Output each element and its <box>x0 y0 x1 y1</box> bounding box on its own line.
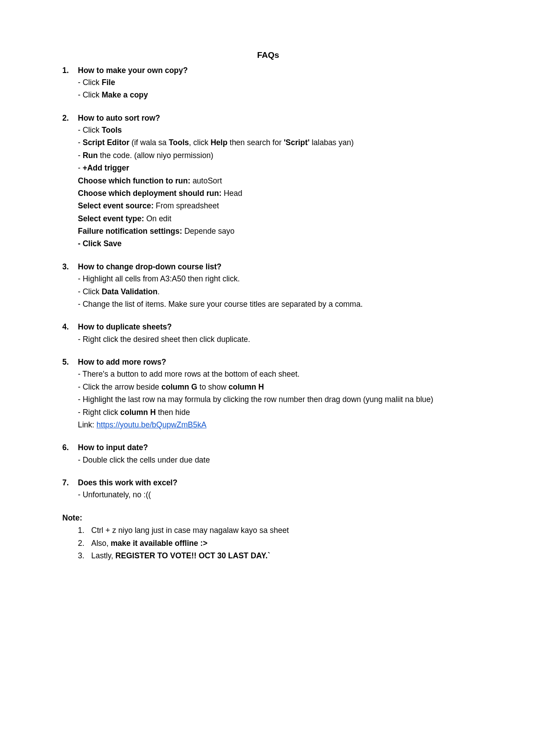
faq-question: Does this work with excel? <box>78 477 474 488</box>
bold-text: Choose which function to run: <box>78 176 190 185</box>
text: - Highlight the last row na may formula … <box>78 395 433 404</box>
text: - Right click <box>78 408 120 417</box>
answer-line: - Right click the desired sheet then cli… <box>78 334 474 345</box>
answer-line: - Script Editor (if wala sa Tools, click… <box>78 137 474 148</box>
answer-line: Choose which function to run: autoSort <box>78 175 474 187</box>
faq-question: How to make your own copy? <box>78 65 474 76</box>
text: - <box>78 138 83 147</box>
text: then hide <box>156 408 190 417</box>
faq-question-row: 7.Does this work with excel? <box>62 477 474 488</box>
answer-line: Select event type: On edit <box>78 213 474 224</box>
text: - Click <box>78 78 101 87</box>
text: - Unfortunately, no :(( <box>78 490 151 499</box>
text: - Click <box>78 287 101 296</box>
bold-text: +Add trigger <box>83 163 129 172</box>
text: - <box>78 151 83 160</box>
faq-number: 3. <box>62 261 78 272</box>
bold-text: - Click Save <box>78 239 121 248</box>
note-list: 1.Ctrl + z niyo lang just in case may na… <box>62 525 474 561</box>
bold-text: Data Validation <box>101 287 157 296</box>
answer-line: - Run the code. (allow niyo permission) <box>78 150 474 161</box>
faq-question: How to input date? <box>78 442 474 453</box>
faq-question: How to add more rows? <box>78 357 474 368</box>
text: the code. (allow niyo permission) <box>98 151 214 160</box>
faq-question-row: 2.How to auto sort row? <box>62 113 474 124</box>
answer-line: - Highlight all cells from A3:A50 then r… <box>78 273 474 285</box>
answer-line: - Click the arrow beside column G to sho… <box>78 382 474 393</box>
bold-text: Script Editor <box>83 138 129 147</box>
answer-line: - Click Make a copy <box>78 89 474 101</box>
text: On edit <box>144 214 171 223</box>
faq-item: 1.How to make your own copy?- Click File… <box>62 65 474 101</box>
bold-text: Choose which deployment should run: <box>78 189 222 198</box>
faq-item: 3.How to change drop-down course list?- … <box>62 261 474 310</box>
answer-line: - Highlight the last row na may formula … <box>78 394 474 405</box>
faq-number: 6. <box>62 442 78 453</box>
text: Ctrl + z niyo lang just in case may naga… <box>91 526 289 535</box>
bold-text: Select event type: <box>78 214 144 223</box>
text: - <box>78 163 83 172</box>
faq-item: 6.How to input date?- Double click the c… <box>62 442 474 466</box>
bold-text: REGISTER TO VOTE!! OCT 30 LAST DAY.` <box>115 551 270 560</box>
note-heading: Note: <box>62 512 474 524</box>
answer-line: - Click Tools <box>78 125 474 136</box>
answer-line: Choose which deployment should run: Head <box>78 188 474 199</box>
answer-line: Failure notification settings: Depende s… <box>78 226 474 237</box>
bold-text: Select event source: <box>78 201 154 210</box>
faq-question: How to auto sort row? <box>78 113 474 124</box>
faq-answer: - Highlight all cells from A3:A50 then r… <box>62 273 474 310</box>
bold-text: Run <box>83 151 98 160</box>
text: From spreadsheet <box>154 201 219 210</box>
faq-question-row: 1.How to make your own copy? <box>62 65 474 76</box>
note-section: Note: 1.Ctrl + z niyo lang just in case … <box>62 512 474 562</box>
faq-answer: - Double click the cells under due date <box>62 455 474 466</box>
faq-item: 4.How to duplicate sheets?- Right click … <box>62 321 474 345</box>
faq-list: 1.How to make your own copy?- Click File… <box>62 65 474 501</box>
note-number: 2. <box>78 538 91 549</box>
faq-question-row: 5.How to add more rows? <box>62 357 474 368</box>
answer-line: - Click Data Validation. <box>78 286 474 297</box>
text: to show <box>197 382 228 391</box>
text: lalabas yan) <box>310 138 354 147</box>
note-number: 3. <box>78 550 91 561</box>
text: Head <box>222 189 243 198</box>
answer-line: - Click File <box>78 77 474 88</box>
faq-item: 5.How to add more rows?- There's a butto… <box>62 357 474 431</box>
faq-item: 2.How to auto sort row?- Click Tools- Sc… <box>62 113 474 250</box>
bold-text: File <box>101 78 115 87</box>
faq-answer: - Click File- Click Make a copy <box>62 77 474 101</box>
text: - Click <box>78 126 101 134</box>
faq-number: 5. <box>62 357 78 368</box>
faq-question-row: 6.How to input date? <box>62 442 474 453</box>
text: (if wala sa <box>129 138 169 147</box>
text: - There's a button to add more rows at t… <box>78 370 299 378</box>
text: - Click the arrow beside <box>78 382 162 391</box>
note-item: 3.Lastly, REGISTER TO VOTE!! OCT 30 LAST… <box>78 550 474 561</box>
bold-text: Make a copy <box>101 90 148 99</box>
page-title: FAQs <box>62 49 474 61</box>
bold-text: column H <box>228 382 264 391</box>
text: autoSort <box>190 176 222 185</box>
text: Also, <box>91 539 111 548</box>
answer-line: - Double click the cells under due date <box>78 455 474 466</box>
answer-line: Link: https://youtu.be/bQupwZmB5kA <box>78 419 474 431</box>
text: - Double click the cells under due date <box>78 455 210 464</box>
text: . <box>158 287 160 296</box>
text: Depende sayo <box>182 227 235 236</box>
faq-answer: - Right click the desired sheet then cli… <box>62 334 474 345</box>
text: - Change the list of items. Make sure yo… <box>78 300 363 309</box>
bold-text: Tools <box>169 138 189 147</box>
answer-line: - Unfortunately, no :(( <box>78 489 474 500</box>
bold-text: column G <box>162 382 198 391</box>
text: then search for <box>227 138 283 147</box>
note-text: Lastly, REGISTER TO VOTE!! OCT 30 LAST D… <box>91 550 474 561</box>
text: Link: <box>78 420 97 429</box>
answer-line: - +Add trigger <box>78 163 474 174</box>
faq-question: How to duplicate sheets? <box>78 321 474 333</box>
answer-line: - There's a button to add more rows at t… <box>78 369 474 380</box>
text: , click <box>189 138 211 147</box>
faq-item: 7.Does this work with excel?- Unfortunat… <box>62 477 474 501</box>
faq-question-row: 4.How to duplicate sheets? <box>62 321 474 333</box>
bold-text: Failure notification settings: <box>78 227 182 236</box>
external-link[interactable]: https://youtu.be/bQupwZmB5kA <box>97 420 206 429</box>
